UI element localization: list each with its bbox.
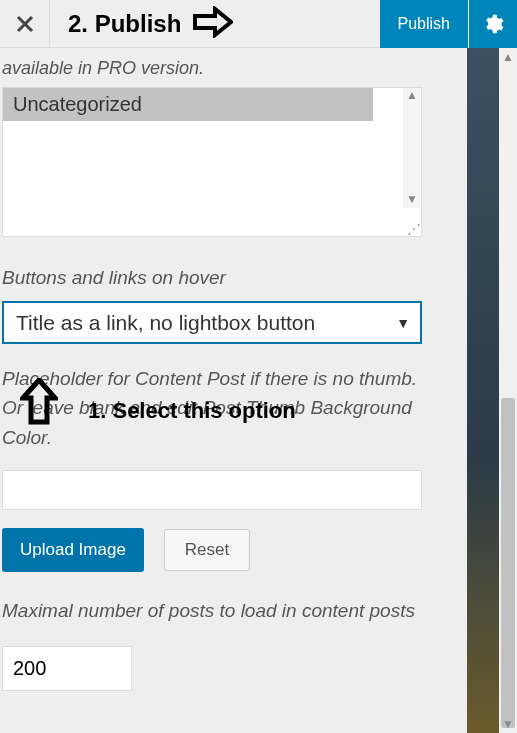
resize-handle-icon[interactable]: ⋰ (407, 224, 419, 234)
max-posts-label: Maximal number of posts to load in conte… (2, 600, 455, 622)
annotation-step-2: 2. Publish (68, 10, 181, 38)
customizer-panel: available in PRO version. Uncategorized … (0, 48, 467, 733)
hover-option-select[interactable]: Title as a link, no lightbox button (2, 301, 422, 344)
max-posts-input[interactable] (2, 646, 132, 691)
placeholder-desc: Placeholder for Content Post if there is… (2, 364, 422, 452)
settings-button[interactable] (469, 0, 517, 48)
close-button[interactable] (0, 0, 50, 48)
pro-note: available in PRO version. (2, 58, 455, 79)
preview-strip: ▲ ▼ (467, 48, 517, 733)
arrow-right-icon (193, 6, 233, 42)
category-item[interactable]: Uncategorized (3, 88, 373, 121)
gear-icon (482, 13, 504, 35)
publish-button[interactable]: Publish (380, 0, 468, 48)
upload-image-button[interactable]: Upload Image (2, 528, 144, 572)
close-icon (15, 14, 35, 34)
placeholder-image-input[interactable] (2, 470, 422, 510)
categories-scrollbar[interactable]: ▲ ▼ (403, 88, 421, 208)
reset-button[interactable]: Reset (164, 529, 250, 571)
hover-option-label: Buttons and links on hover (2, 267, 455, 289)
panel-scrollbar[interactable]: ▲ ▼ (499, 48, 517, 733)
categories-box[interactable]: Uncategorized ▲ ▼ ⋰ (2, 87, 422, 237)
